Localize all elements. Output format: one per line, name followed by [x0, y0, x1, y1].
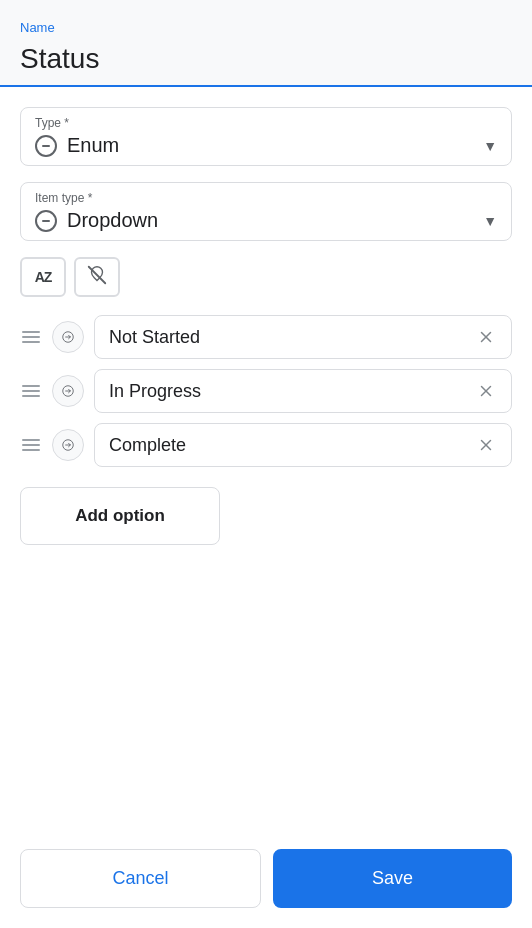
- item-type-field-wrapper[interactable]: Item type * Dropdown ▼: [20, 182, 512, 241]
- name-label: Name: [20, 20, 512, 35]
- no-color-icon: [86, 264, 108, 290]
- option-input[interactable]: [109, 435, 475, 456]
- option-clear-button[interactable]: [475, 326, 497, 348]
- option-row: [20, 369, 512, 413]
- option-input[interactable]: [109, 381, 475, 402]
- option-input-wrapper: [94, 423, 512, 467]
- option-input-wrapper: [94, 369, 512, 413]
- drag-handle[interactable]: [20, 435, 42, 455]
- option-input-wrapper: [94, 315, 512, 359]
- item-type-value: Dropdown: [67, 209, 158, 232]
- option-clear-button[interactable]: [475, 380, 497, 402]
- type-label: Type *: [35, 116, 497, 130]
- option-row: [20, 315, 512, 359]
- option-color-button[interactable]: [52, 375, 84, 407]
- sort-az-button[interactable]: AZ: [20, 257, 66, 297]
- type-value: Enum: [67, 134, 119, 157]
- option-input[interactable]: [109, 327, 475, 348]
- add-option-button[interactable]: Add option: [20, 487, 220, 545]
- option-row: [20, 423, 512, 467]
- cancel-button[interactable]: Cancel: [20, 849, 261, 908]
- toolbar: AZ: [20, 257, 512, 297]
- option-color-button[interactable]: [52, 321, 84, 353]
- type-value-inner: Enum: [35, 134, 119, 157]
- type-circle-icon: [35, 135, 57, 157]
- save-button[interactable]: Save: [273, 849, 512, 908]
- item-type-field-group: Item type * Dropdown ▼: [20, 182, 512, 241]
- name-section: Name: [0, 0, 532, 87]
- option-clear-button[interactable]: [475, 434, 497, 456]
- option-color-button[interactable]: [52, 429, 84, 461]
- no-color-button[interactable]: [74, 257, 120, 297]
- bottom-buttons: Cancel Save: [0, 849, 532, 928]
- item-type-dropdown-arrow[interactable]: ▼: [483, 213, 497, 229]
- name-input[interactable]: [20, 39, 512, 85]
- type-field-wrapper[interactable]: Type * Enum ▼: [20, 107, 512, 166]
- type-field-group: Type * Enum ▼: [20, 107, 512, 166]
- item-type-value-row: Dropdown ▼: [35, 209, 497, 232]
- item-type-value-inner: Dropdown: [35, 209, 158, 232]
- type-value-row: Enum ▼: [35, 134, 497, 157]
- form-body: Type * Enum ▼ Item type * Dropdown: [0, 87, 532, 849]
- options-list: [20, 315, 512, 467]
- item-type-circle-icon: [35, 210, 57, 232]
- type-dropdown-arrow[interactable]: ▼: [483, 138, 497, 154]
- sort-az-label: AZ: [35, 269, 52, 285]
- drag-handle[interactable]: [20, 327, 42, 347]
- drag-handle[interactable]: [20, 381, 42, 401]
- main-container: Name Type * Enum ▼ Item type *: [0, 0, 532, 928]
- item-type-label: Item type *: [35, 191, 497, 205]
